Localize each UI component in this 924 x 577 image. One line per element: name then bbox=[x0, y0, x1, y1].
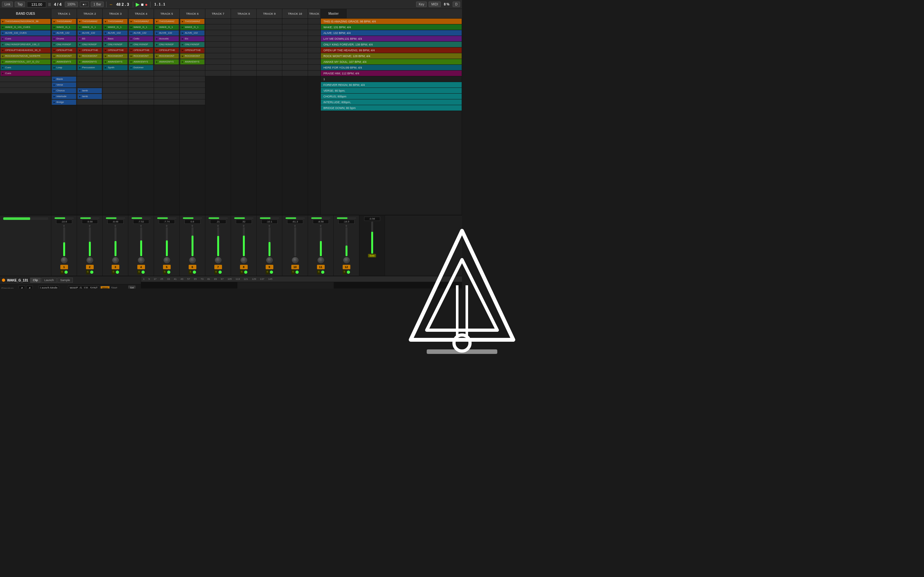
clip-row[interactable] bbox=[231, 42, 256, 47]
clip-play-button[interactable] bbox=[53, 20, 55, 23]
clip-block[interactable]: WAKE_G_1 bbox=[78, 25, 102, 30]
clip-row[interactable] bbox=[0, 76, 51, 82]
clip-row[interactable] bbox=[154, 65, 179, 71]
channel-number-button[interactable]: 12 bbox=[342, 265, 351, 269]
master-clip-row[interactable]: PRAISE HIM; 112 BPM; 4/4 bbox=[321, 71, 462, 76]
mute-button[interactable] bbox=[244, 271, 247, 274]
clip-block[interactable]: THISISAMAZ bbox=[103, 19, 128, 24]
solo-button[interactable]: S bbox=[240, 270, 244, 274]
clip-block[interactable]: Cello bbox=[129, 36, 153, 41]
clip-row[interactable]: ONLYKINGF bbox=[77, 42, 102, 47]
clip-play-button[interactable] bbox=[104, 37, 107, 40]
track-header-3[interactable]: TRACK 3 bbox=[103, 9, 128, 18]
clip-play-button[interactable] bbox=[79, 32, 81, 34]
clip-row[interactable]: ONLYKINGF bbox=[103, 42, 128, 47]
clip-play-button[interactable] bbox=[130, 32, 132, 34]
clip-block[interactable]: ALIVE_132 bbox=[155, 31, 179, 35]
clip-play-button[interactable] bbox=[79, 43, 81, 46]
clip-play-button[interactable] bbox=[53, 84, 55, 86]
midi-button[interactable]: MIDI bbox=[429, 2, 441, 7]
clip-play-button[interactable] bbox=[79, 66, 81, 69]
stop-button[interactable]: ■ bbox=[141, 2, 144, 7]
clip-play-button[interactable] bbox=[2, 26, 4, 29]
clip-play-button[interactable] bbox=[130, 49, 132, 52]
clip-block[interactable]: AWAKEMYS bbox=[78, 59, 102, 64]
clip-block[interactable]: Synth bbox=[103, 65, 128, 70]
clip-row[interactable] bbox=[180, 76, 205, 82]
clip-row[interactable] bbox=[180, 99, 205, 105]
track-header-band-cues[interactable]: BAND CUES bbox=[0, 9, 51, 18]
clip-row[interactable]: Loop bbox=[51, 65, 77, 71]
solo-button[interactable]: S bbox=[291, 270, 295, 274]
clip-row[interactable] bbox=[282, 24, 308, 30]
clip-row[interactable]: Blank bbox=[51, 76, 77, 82]
track-header-9[interactable]: TRACK 9 bbox=[257, 9, 282, 18]
clip-row[interactable] bbox=[103, 82, 128, 88]
clip-block[interactable]: THISISAMAZ bbox=[180, 19, 204, 24]
clip-play-button[interactable] bbox=[53, 43, 55, 46]
clip-row[interactable]: ALIVE_132 bbox=[51, 30, 77, 36]
solo-button[interactable]: S bbox=[137, 270, 141, 274]
bar-select[interactable]: 1 Bar bbox=[91, 2, 103, 7]
clip-row[interactable]: ALIVE_132 bbox=[180, 30, 205, 36]
clip-block[interactable]: tamb bbox=[78, 88, 102, 93]
clip-row[interactable]: Bridge bbox=[51, 99, 77, 105]
clip-row[interactable] bbox=[257, 65, 282, 71]
clip-row[interactable]: tamb bbox=[77, 88, 102, 93]
tap-button[interactable]: Tap bbox=[15, 2, 25, 7]
clip-row[interactable]: Drums bbox=[51, 36, 77, 42]
clip-row[interactable]: ONLYKINGF bbox=[51, 42, 77, 47]
clip-row[interactable]: Bass bbox=[103, 36, 128, 42]
pan-knob[interactable] bbox=[87, 257, 93, 263]
track-header-10[interactable]: TRACK 10 bbox=[282, 9, 308, 18]
clip-row[interactable]: WAKE_G_1 bbox=[128, 24, 153, 30]
pan-knob[interactable] bbox=[61, 257, 67, 263]
clip-play-button[interactable] bbox=[79, 49, 81, 52]
clip-row[interactable]: ROCKWONTMOVE_NOREPR bbox=[0, 53, 51, 59]
key-button[interactable]: Key bbox=[416, 2, 427, 7]
clip-row[interactable] bbox=[231, 19, 256, 24]
track-header-2[interactable]: TRACK 2 bbox=[77, 9, 103, 18]
clip-play-button[interactable] bbox=[130, 55, 132, 57]
mute-button[interactable] bbox=[296, 271, 299, 274]
clip-row[interactable] bbox=[205, 19, 231, 24]
clip-block[interactable]: ONLYKINGF bbox=[52, 42, 76, 47]
clip-play-button[interactable] bbox=[181, 49, 184, 52]
clip-play-button[interactable] bbox=[79, 89, 81, 92]
clip-row[interactable] bbox=[257, 71, 282, 76]
clip-row[interactable]: ALIVE_132 bbox=[103, 30, 128, 36]
pan-knob[interactable] bbox=[266, 257, 273, 263]
clip-play-button[interactable] bbox=[2, 37, 4, 40]
clip-play-button[interactable] bbox=[2, 61, 4, 63]
fader-track[interactable] bbox=[89, 227, 91, 256]
pan-knob[interactable] bbox=[215, 257, 221, 263]
clip-block[interactable]: WAKE_G_1 bbox=[52, 25, 76, 30]
clip-play-button[interactable] bbox=[104, 43, 107, 46]
master-clip-row[interactable]: OPEN UP THE HEAVENS; 99 BPM; 4/4 bbox=[321, 47, 462, 53]
solo-button[interactable]: S bbox=[342, 270, 346, 274]
clip-row[interactable]: ROCKWONT bbox=[180, 53, 205, 59]
clip-block[interactable]: ONLYKINGFOREVER_138_C bbox=[1, 42, 50, 47]
clip-row[interactable] bbox=[308, 59, 320, 65]
clip-row[interactable]: WAKE_G_1 bbox=[180, 24, 205, 30]
clip-block[interactable]: OPENUPTHE bbox=[78, 48, 102, 53]
clip-row[interactable] bbox=[282, 30, 308, 36]
clip-block[interactable]: ONLYKINGF bbox=[129, 42, 153, 47]
clip-block[interactable]: Cues bbox=[1, 65, 50, 70]
clip-row[interactable] bbox=[282, 71, 308, 76]
clip-row[interactable]: Cues bbox=[0, 65, 51, 71]
clip-play-button[interactable] bbox=[79, 37, 81, 40]
clip-row[interactable] bbox=[154, 71, 179, 76]
tab-launch[interactable]: Launch bbox=[41, 277, 57, 283]
clip-row[interactable]: WAKE_G_1 bbox=[51, 24, 77, 30]
clip-row[interactable] bbox=[308, 65, 320, 71]
track-header-5[interactable]: TRACK 5 bbox=[154, 9, 180, 18]
clip-row[interactable]: WAKE_G_1 bbox=[77, 24, 102, 30]
mute-button[interactable] bbox=[65, 271, 68, 274]
master-clip-row[interactable]: ROCK WON'T MOVE; 128 BPM; 4/4 bbox=[321, 53, 462, 59]
fader-track[interactable] bbox=[140, 227, 142, 256]
clip-row[interactable] bbox=[282, 19, 308, 24]
clip-block[interactable]: OPENUPTHE bbox=[129, 48, 153, 53]
clip-play-button[interactable] bbox=[53, 89, 55, 92]
clip-row[interactable]: ONLYKINGF bbox=[180, 42, 205, 47]
